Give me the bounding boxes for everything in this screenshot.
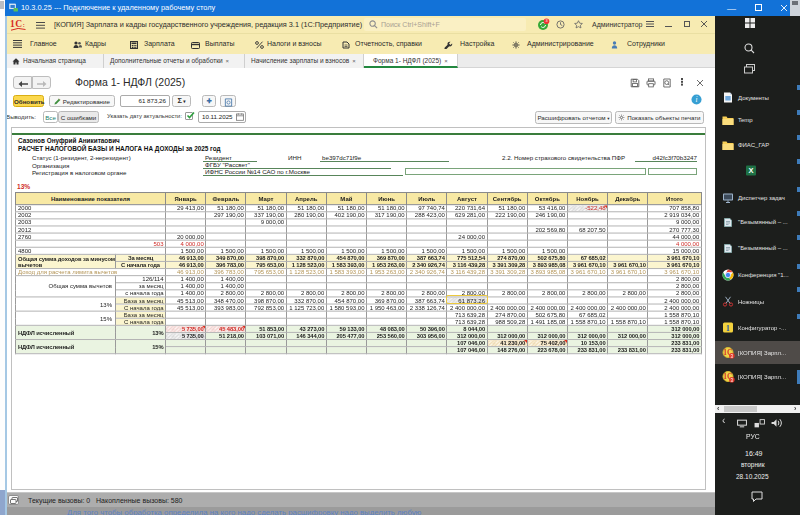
svg-text:1: 1 [726, 324, 730, 333]
svg-text:i: i [695, 95, 697, 104]
svg-text:X: X [748, 166, 753, 175]
